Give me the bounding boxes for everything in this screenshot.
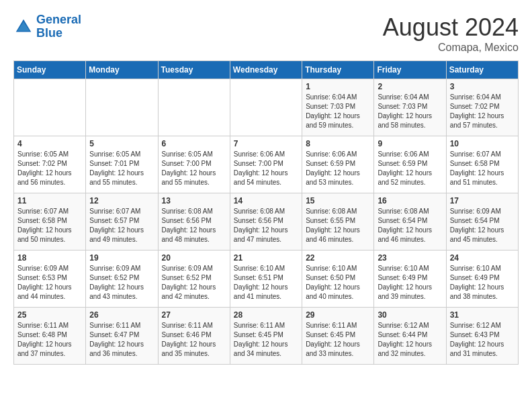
- calendar-cell: [14, 79, 86, 136]
- calendar-cell: 15Sunrise: 6:08 AM Sunset: 6:55 PM Dayli…: [302, 193, 374, 250]
- cell-info: Sunrise: 6:08 AM Sunset: 6:54 PM Dayligh…: [378, 207, 442, 244]
- calendar-cell: 24Sunrise: 6:10 AM Sunset: 6:49 PM Dayli…: [446, 250, 518, 308]
- day-number: 12: [89, 196, 154, 205]
- day-number: 25: [17, 310, 82, 320]
- day-header-monday: Monday: [86, 61, 158, 79]
- day-header-friday: Friday: [374, 61, 446, 79]
- cell-info: Sunrise: 6:11 AM Sunset: 6:46 PM Dayligh…: [162, 321, 226, 359]
- day-number: 7: [234, 139, 298, 148]
- calendar-cell: 25Sunrise: 6:11 AM Sunset: 6:48 PM Dayli…: [14, 308, 86, 365]
- calendar-header: SundayMondayTuesdayWednesdayThursdayFrid…: [14, 61, 519, 79]
- title-block: August 2024 Comapa, Mexico: [383, 13, 519, 54]
- day-number: 5: [89, 139, 154, 148]
- day-number: 6: [162, 139, 226, 148]
- calendar-cell: 22Sunrise: 6:10 AM Sunset: 6:50 PM Dayli…: [302, 250, 374, 308]
- day-number: 1: [306, 82, 370, 91]
- calendar-cell: 28Sunrise: 6:11 AM Sunset: 6:45 PM Dayli…: [230, 308, 302, 365]
- calendar-week-4: 18Sunrise: 6:09 AM Sunset: 6:53 PM Dayli…: [14, 250, 519, 308]
- page-header: General Blue August 2024 Comapa, Mexico: [13, 13, 519, 54]
- calendar-cell: 10Sunrise: 6:07 AM Sunset: 6:58 PM Dayli…: [446, 136, 518, 193]
- calendar-cell: 6Sunrise: 6:05 AM Sunset: 7:00 PM Daylig…: [158, 136, 230, 193]
- cell-info: Sunrise: 6:04 AM Sunset: 7:03 PM Dayligh…: [378, 93, 442, 130]
- day-number: 26: [89, 310, 154, 320]
- day-header-sunday: Sunday: [14, 61, 86, 79]
- cell-info: Sunrise: 6:04 AM Sunset: 7:02 PM Dayligh…: [450, 93, 515, 130]
- day-number: 4: [17, 139, 82, 148]
- cell-info: Sunrise: 6:04 AM Sunset: 7:03 PM Dayligh…: [306, 93, 370, 130]
- calendar-cell: 1Sunrise: 6:04 AM Sunset: 7:03 PM Daylig…: [302, 79, 374, 136]
- header-row: SundayMondayTuesdayWednesdayThursdayFrid…: [14, 61, 519, 79]
- cell-info: Sunrise: 6:09 AM Sunset: 6:54 PM Dayligh…: [450, 207, 515, 244]
- cell-info: Sunrise: 6:09 AM Sunset: 6:53 PM Dayligh…: [17, 264, 82, 302]
- cell-info: Sunrise: 6:05 AM Sunset: 7:02 PM Dayligh…: [17, 150, 82, 187]
- day-number: 28: [234, 310, 298, 320]
- cell-info: Sunrise: 6:11 AM Sunset: 6:48 PM Dayligh…: [17, 321, 82, 359]
- calendar-cell: [230, 79, 302, 136]
- calendar-cell: 18Sunrise: 6:09 AM Sunset: 6:53 PM Dayli…: [14, 250, 86, 308]
- day-number: 16: [378, 196, 442, 205]
- day-number: 29: [306, 310, 370, 320]
- calendar-cell: 17Sunrise: 6:09 AM Sunset: 6:54 PM Dayli…: [446, 193, 518, 250]
- calendar-cell: 21Sunrise: 6:10 AM Sunset: 6:51 PM Dayli…: [230, 250, 302, 308]
- calendar-cell: 29Sunrise: 6:11 AM Sunset: 6:45 PM Dayli…: [302, 308, 374, 365]
- cell-info: Sunrise: 6:05 AM Sunset: 7:01 PM Dayligh…: [89, 150, 154, 187]
- cell-info: Sunrise: 6:06 AM Sunset: 7:00 PM Dayligh…: [234, 150, 298, 187]
- calendar-week-3: 11Sunrise: 6:07 AM Sunset: 6:58 PM Dayli…: [14, 193, 519, 250]
- calendar-cell: 27Sunrise: 6:11 AM Sunset: 6:46 PM Dayli…: [158, 308, 230, 365]
- calendar-cell: 2Sunrise: 6:04 AM Sunset: 7:03 PM Daylig…: [374, 79, 446, 136]
- cell-info: Sunrise: 6:08 AM Sunset: 6:56 PM Dayligh…: [162, 207, 226, 244]
- day-number: 2: [378, 82, 442, 91]
- day-number: 30: [378, 310, 442, 320]
- calendar-cell: 13Sunrise: 6:08 AM Sunset: 6:56 PM Dayli…: [158, 193, 230, 250]
- calendar-cell: 26Sunrise: 6:11 AM Sunset: 6:47 PM Dayli…: [86, 308, 158, 365]
- day-number: 14: [234, 196, 298, 205]
- cell-info: Sunrise: 6:10 AM Sunset: 6:49 PM Dayligh…: [450, 264, 515, 302]
- day-header-saturday: Saturday: [446, 61, 518, 79]
- calendar-cell: 3Sunrise: 6:04 AM Sunset: 7:02 PM Daylig…: [446, 79, 518, 136]
- day-number: 23: [378, 253, 442, 263]
- day-number: 17: [450, 196, 515, 205]
- calendar-table: SundayMondayTuesdayWednesdayThursdayFrid…: [13, 60, 519, 365]
- cell-info: Sunrise: 6:06 AM Sunset: 6:59 PM Dayligh…: [306, 150, 370, 187]
- cell-info: Sunrise: 6:10 AM Sunset: 6:49 PM Dayligh…: [378, 264, 442, 302]
- cell-info: Sunrise: 6:12 AM Sunset: 6:43 PM Dayligh…: [450, 321, 515, 359]
- day-number: 9: [378, 139, 442, 148]
- day-number: 27: [162, 310, 226, 320]
- calendar-cell: 9Sunrise: 6:06 AM Sunset: 6:59 PM Daylig…: [374, 136, 446, 193]
- cell-info: Sunrise: 6:11 AM Sunset: 6:45 PM Dayligh…: [306, 321, 370, 359]
- location: Comapa, Mexico: [383, 42, 519, 54]
- day-number: 20: [162, 253, 226, 263]
- calendar-week-5: 25Sunrise: 6:11 AM Sunset: 6:48 PM Dayli…: [14, 308, 519, 365]
- cell-info: Sunrise: 6:05 AM Sunset: 7:00 PM Dayligh…: [162, 150, 226, 187]
- calendar-cell: 16Sunrise: 6:08 AM Sunset: 6:54 PM Dayli…: [374, 193, 446, 250]
- calendar-week-1: 1Sunrise: 6:04 AM Sunset: 7:03 PM Daylig…: [14, 79, 519, 136]
- calendar-cell: 23Sunrise: 6:10 AM Sunset: 6:49 PM Dayli…: [374, 250, 446, 308]
- calendar-cell: 11Sunrise: 6:07 AM Sunset: 6:58 PM Dayli…: [14, 193, 86, 250]
- cell-info: Sunrise: 6:07 AM Sunset: 6:58 PM Dayligh…: [450, 150, 515, 187]
- cell-info: Sunrise: 6:08 AM Sunset: 6:55 PM Dayligh…: [306, 207, 370, 244]
- calendar-cell: 20Sunrise: 6:09 AM Sunset: 6:52 PM Dayli…: [158, 250, 230, 308]
- month-year: August 2024: [383, 13, 519, 42]
- cell-info: Sunrise: 6:09 AM Sunset: 6:52 PM Dayligh…: [162, 264, 226, 302]
- calendar-cell: 12Sunrise: 6:07 AM Sunset: 6:57 PM Dayli…: [86, 193, 158, 250]
- day-number: 3: [450, 82, 515, 91]
- calendar-body: 1Sunrise: 6:04 AM Sunset: 7:03 PM Daylig…: [14, 79, 519, 365]
- calendar-cell: 31Sunrise: 6:12 AM Sunset: 6:43 PM Dayli…: [446, 308, 518, 365]
- calendar-cell: 5Sunrise: 6:05 AM Sunset: 7:01 PM Daylig…: [86, 136, 158, 193]
- logo-icon: [13, 17, 34, 37]
- day-number: 24: [450, 253, 515, 263]
- cell-info: Sunrise: 6:07 AM Sunset: 6:58 PM Dayligh…: [17, 207, 82, 244]
- day-number: 31: [450, 310, 515, 320]
- calendar-cell: [86, 79, 158, 136]
- logo: General Blue: [13, 13, 81, 40]
- day-number: 15: [306, 196, 370, 205]
- day-number: 21: [234, 253, 298, 263]
- calendar-cell: 8Sunrise: 6:06 AM Sunset: 6:59 PM Daylig…: [302, 136, 374, 193]
- cell-info: Sunrise: 6:11 AM Sunset: 6:45 PM Dayligh…: [234, 321, 298, 359]
- calendar-cell: 30Sunrise: 6:12 AM Sunset: 6:44 PM Dayli…: [374, 308, 446, 365]
- day-header-thursday: Thursday: [302, 61, 374, 79]
- cell-info: Sunrise: 6:11 AM Sunset: 6:47 PM Dayligh…: [89, 321, 154, 359]
- cell-info: Sunrise: 6:07 AM Sunset: 6:57 PM Dayligh…: [89, 207, 154, 244]
- cell-info: Sunrise: 6:06 AM Sunset: 6:59 PM Dayligh…: [378, 150, 442, 187]
- day-header-tuesday: Tuesday: [158, 61, 230, 79]
